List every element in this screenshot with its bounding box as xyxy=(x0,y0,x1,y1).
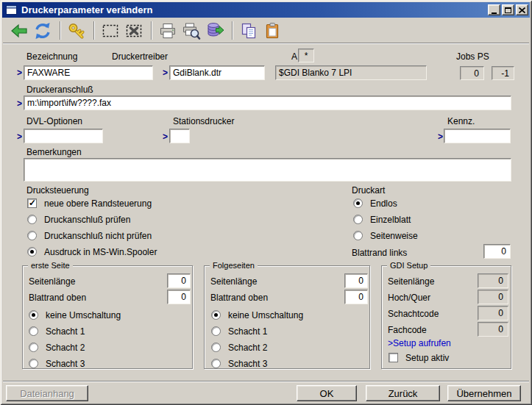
close-icon xyxy=(519,7,525,13)
druckeranschluss-input[interactable] xyxy=(24,96,511,110)
blattrand-links-label: Blattrand links xyxy=(352,248,407,258)
radio-icon xyxy=(353,215,363,224)
blattrand-oben-label: Blattrand oben xyxy=(29,293,86,303)
seitenlaenge-label: Seitenlänge xyxy=(29,276,75,287)
radio-icon xyxy=(353,231,363,240)
radio-erste-schacht-1[interactable]: Schacht 1 xyxy=(29,326,85,337)
erste-seite-blattrand-oben-input[interactable] xyxy=(167,290,191,304)
bezeichnung-input[interactable] xyxy=(24,65,153,80)
bezeichnung-label: Bezeichnung xyxy=(26,51,77,62)
radio-icon xyxy=(211,359,221,368)
checkbox-neue-obere-randsteuerung[interactable]: neue obere Randsteuerung xyxy=(27,198,152,209)
option-label: Schacht 1 xyxy=(228,326,267,337)
radio-endlos[interactable]: Endlos xyxy=(353,198,397,209)
radio-icon xyxy=(211,343,221,352)
refresh-icon xyxy=(33,21,52,40)
radio-einzelblatt[interactable]: Einzelblatt xyxy=(353,214,411,225)
radio-icon xyxy=(29,310,38,320)
ok-button[interactable]: OK xyxy=(297,385,357,401)
option-label: Seitenweise xyxy=(370,231,418,241)
close-button[interactable] xyxy=(516,4,528,15)
folgeseiten-blattrand-oben-input[interactable] xyxy=(344,290,368,304)
kennz-input[interactable] xyxy=(444,129,511,143)
option-label: keine Umschaltung xyxy=(228,310,303,320)
print-button[interactable] xyxy=(157,21,178,41)
option-label: keine Umschaltung xyxy=(46,310,121,320)
copy-button[interactable] xyxy=(238,21,259,41)
radio-ausdruck-ms-win-spooler[interactable]: Ausdruck in MS-Win.Spooler xyxy=(27,246,157,257)
radio-folge-schacht-1[interactable]: Schacht 1 xyxy=(211,326,267,337)
minimize-icon xyxy=(492,12,497,14)
jobs-ps-label: Jobs PS xyxy=(456,51,489,62)
blattrand-links-input[interactable] xyxy=(483,244,511,259)
database-export-button[interactable] xyxy=(204,21,225,41)
erste-seite-seitenlaenge-input[interactable] xyxy=(167,273,191,288)
bemerkungen-label: Bemerkungen xyxy=(26,147,82,157)
radio-icon xyxy=(27,215,37,224)
gdi-hoch-quer-label: Hoch/Quer xyxy=(388,293,430,303)
checkbox-icon xyxy=(27,198,37,208)
uebernehmen-button[interactable]: Übernehmen xyxy=(447,385,521,401)
radio-erste-schacht-2[interactable]: Schacht 2 xyxy=(29,342,85,353)
option-label: Schacht 3 xyxy=(228,359,267,369)
group-gdi-setup: GDI Setup Seitenlänge 0 Hoch/Quer 0 Scha… xyxy=(381,265,511,369)
key-icon xyxy=(67,21,86,40)
option-label: Schacht 2 xyxy=(46,343,85,353)
clear-selection-button[interactable] xyxy=(123,21,144,41)
back-button[interactable] xyxy=(8,21,29,41)
option-label: Schacht 3 xyxy=(46,359,85,369)
group-erste-seite: erste Seite Seitenlänge Blattrand oben k… xyxy=(22,265,193,369)
drucksteuerung-label: Drucksteuerung xyxy=(26,185,89,196)
toolbar-divider xyxy=(3,43,529,44)
selection-frame-icon xyxy=(101,21,120,40)
radio-icon xyxy=(29,359,38,368)
option-label: Einzelblatt xyxy=(370,215,411,225)
druckertreiber-input[interactable] xyxy=(169,65,265,80)
checkbox-icon xyxy=(389,353,398,362)
key-button[interactable] xyxy=(65,21,87,41)
radio-druckanschluss-pruefen[interactable]: Druckanschluß prüfen xyxy=(27,214,130,225)
gdi-schachtcode-label: Schachtcode xyxy=(388,309,439,319)
radio-druckanschluss-nicht-pruefen[interactable]: Druckanschluß nicht prüfen xyxy=(27,230,152,241)
kennz-prompt: > xyxy=(438,132,443,142)
toolbar-separator xyxy=(93,21,95,40)
toolbar-separator xyxy=(60,21,61,40)
druckertreiber-label: Druckertreiber xyxy=(112,51,168,62)
printer-icon xyxy=(158,21,177,40)
zurueck-button[interactable]: Zurück xyxy=(366,385,440,401)
dvl-optionen-prompt: > xyxy=(17,132,22,142)
dvl-optionen-input[interactable] xyxy=(24,129,103,143)
checkbox-setup-aktiv[interactable]: Setup aktiv xyxy=(389,352,449,363)
kennz-label: Kennz. xyxy=(447,116,475,126)
folgeseiten-seitenlaenge-input[interactable] xyxy=(344,273,368,288)
titlebar[interactable]: Druckerparameter verändern xyxy=(2,2,530,18)
radio-folge-keine-umschaltung[interactable]: keine Umschaltung xyxy=(211,309,303,320)
radio-folge-schacht-2[interactable]: Schacht 2 xyxy=(211,342,267,353)
stationsdrucker-label: Stationsdrucker xyxy=(173,116,234,126)
minimize-button[interactable] xyxy=(488,4,500,15)
print-preview-button[interactable] xyxy=(180,21,202,41)
maximize-button[interactable] xyxy=(502,4,514,15)
toolbar-separator xyxy=(232,21,233,40)
setup-aufrufen-link[interactable]: >Setup aufrufen xyxy=(388,338,451,348)
radio-erste-schacht-3[interactable]: Schacht 3 xyxy=(29,358,85,369)
seitenlaenge-label: Seitenlänge xyxy=(210,276,257,287)
dateianhang-button: Dateianhang xyxy=(6,385,88,401)
treiber-beschreibung-field: $GDI Blanko 7 LPI xyxy=(275,65,427,80)
refresh-button[interactable] xyxy=(32,21,53,41)
select-button[interactable] xyxy=(99,21,121,41)
druckertreiber-prompt: > xyxy=(163,68,168,78)
paste-button[interactable] xyxy=(261,21,283,41)
option-label: Druckanschluß prüfen xyxy=(44,215,130,225)
stationsdrucker-input[interactable] xyxy=(169,129,190,143)
group-folgeseiten: Folgeseiten Seitenlänge Blattrand oben k… xyxy=(204,265,370,369)
gdi-seitenlaenge-field: 0 xyxy=(478,273,508,288)
bemerkungen-input[interactable] xyxy=(24,158,511,182)
radio-erste-keine-umschaltung[interactable]: keine Umschaltung xyxy=(29,309,121,320)
gdi-seitenlaenge-label: Seitenlänge xyxy=(388,276,434,287)
druckeranschluss-label: Druckeranschluß xyxy=(26,85,93,95)
radio-folge-schacht-3[interactable]: Schacht 3 xyxy=(211,358,267,369)
radio-seitenweise[interactable]: Seitenweise xyxy=(353,230,418,241)
a-label: A xyxy=(291,51,297,62)
option-label: Ausdruck in MS-Win.Spooler xyxy=(44,247,157,257)
